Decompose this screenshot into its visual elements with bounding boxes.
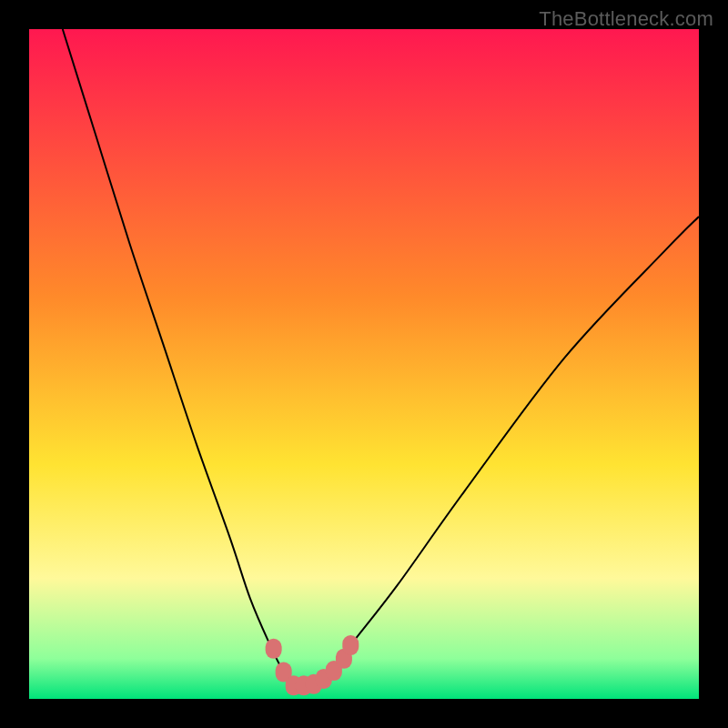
chart-plot-area [29,29,699,699]
valley-marker [266,639,282,659]
watermark-label: TheBottleneck.com [539,7,713,31]
valley-marker [342,635,359,655]
chart-background [29,29,699,699]
chart-frame: TheBottleneck.com [0,0,728,728]
chart-svg [29,29,699,699]
